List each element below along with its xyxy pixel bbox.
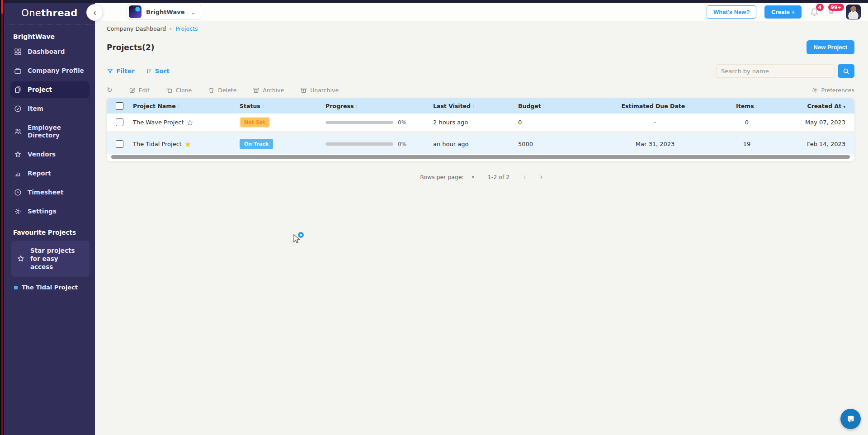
column-header-project-name[interactable]: Project Name (133, 103, 240, 109)
unarchive-button[interactable]: Unarchive (300, 87, 339, 94)
sidebar-item-employee-directory[interactable]: Employee Directory (10, 119, 82, 144)
chat-launcher-button[interactable] (840, 409, 861, 429)
sidebar-item-label: Dashboard (28, 48, 65, 56)
favourite-project-label: The Tidal Project (22, 284, 78, 291)
clone-icon (166, 87, 173, 94)
sidebar-item-label: Vendors (28, 151, 56, 158)
row-checkbox[interactable] (116, 118, 123, 126)
sidebar-item-company-profile[interactable]: Company Profile (10, 62, 90, 79)
sort-icon (146, 68, 152, 75)
project-name[interactable]: The Tidal Project (133, 141, 182, 147)
dashboard-icon (14, 48, 22, 56)
progress-value: 0% (398, 119, 406, 126)
delete-button[interactable]: Delete (208, 87, 236, 94)
star-icon (14, 151, 22, 158)
progress-cell: 0% (326, 119, 433, 126)
screen-top-border (0, 0, 868, 3)
sidebar-collapse-button[interactable]: ‹ (86, 4, 103, 21)
column-header-created-at[interactable]: Created At ▾ (787, 103, 854, 109)
refresh-button[interactable]: ↻ (107, 86, 113, 94)
sidebar-item-vendors[interactable]: Vendors (10, 146, 90, 163)
bar-chart-icon (14, 170, 22, 177)
horizontal-scrollbar[interactable] (111, 155, 850, 159)
edit-label: Edit (139, 87, 150, 94)
star-filled-icon[interactable]: ★ (184, 140, 191, 149)
project-name[interactable]: The Wave Project (133, 119, 184, 126)
header-actions: What's New? Create + 4 99+ (707, 5, 861, 19)
column-header-progress[interactable]: Progress (326, 103, 433, 109)
sidebar-item-label: Company Profile (28, 67, 84, 75)
previous-page-button[interactable]: ‹ (523, 172, 526, 181)
archive-button[interactable]: Archive (253, 87, 284, 94)
company-select[interactable]: BrightWave ⌄ (127, 4, 201, 20)
rows-per-page-label: Rows per page: (420, 174, 464, 180)
create-button[interactable]: Create + (764, 5, 802, 19)
table-row[interactable]: The Tidal Project★ On Track 0% an hour a… (107, 134, 854, 154)
created-at-cell: Feb 14, 2023 (787, 141, 854, 147)
filter-button[interactable]: Filter (107, 67, 135, 75)
column-header-status[interactable]: Status (240, 103, 326, 109)
rows-per-page-select[interactable]: ▾ (472, 175, 474, 180)
row-checkbox[interactable] (116, 140, 123, 148)
star-outline-icon[interactable]: ☆ (187, 118, 193, 127)
search-button[interactable] (838, 64, 854, 78)
sort-button[interactable]: Sort (146, 67, 170, 75)
clone-button[interactable]: Clone (166, 87, 192, 94)
sidebar-item-project[interactable]: Project (10, 81, 90, 98)
star-icon (17, 255, 25, 263)
company-select-value: BrightWave (146, 9, 185, 15)
user-avatar[interactable] (846, 5, 861, 19)
favourites-header: Favourite Projects (10, 220, 90, 240)
sidebar-item-label: Settings (28, 208, 57, 215)
progress-value: 0% (398, 141, 406, 147)
sidebar-item-report[interactable]: Report (10, 165, 90, 182)
funnel-icon (107, 68, 113, 75)
sidebar-item-dashboard[interactable]: Dashboard (10, 43, 90, 60)
project-name-cell[interactable]: The Wave Project☆ (133, 118, 240, 127)
favourite-project-tidal[interactable]: The Tidal Project (10, 277, 90, 298)
breadcrumb-current[interactable]: Projects (175, 25, 198, 32)
select-all-checkbox[interactable] (116, 102, 123, 110)
sidebar-item-timesheet[interactable]: Timesheet (10, 184, 90, 201)
column-header-last-visited[interactable]: Last Visited (433, 103, 518, 109)
company-logo (129, 5, 142, 18)
next-page-button[interactable]: › (540, 172, 543, 181)
edit-button[interactable]: Edit (129, 87, 150, 94)
search-input[interactable] (716, 64, 835, 78)
people-icon (14, 128, 22, 135)
sidebar-nav: BrightWave Dashboard Company Profile Pro… (4, 25, 95, 298)
created-at-label: Created At (807, 103, 841, 109)
column-header-estimated-due-date[interactable]: Estimated Due Date (603, 103, 707, 109)
logo-text-thread: thread (41, 8, 78, 19)
preferences-button[interactable]: Preferences (811, 87, 854, 94)
announcements-button[interactable]: 99+ (828, 7, 838, 17)
sidebar-item-label: Project (28, 86, 52, 94)
table-row[interactable]: The Wave Project☆ Not Set 0% 2 hours ago… (107, 113, 854, 134)
page-title: Projects(2) (107, 43, 155, 52)
sidebar-item-settings[interactable]: Settings (10, 203, 90, 220)
new-project-button[interactable]: New Project (807, 40, 854, 54)
sidebar-item-label: Timesheet (28, 189, 63, 196)
budget-cell: 0 (518, 119, 603, 126)
breadcrumb-root[interactable]: Company Dashboard (107, 25, 166, 32)
screen-left-border (0, 0, 4, 435)
sidebar-item-item[interactable]: Item (10, 100, 90, 117)
status-badge[interactable]: Not Set (240, 117, 270, 128)
sidebar: Onethread BrightWave Dashboard Company P… (4, 0, 95, 435)
status-badge[interactable]: On Track (240, 139, 273, 149)
notifications-button[interactable]: 4 (810, 7, 820, 17)
filter-sort-group: Filter Sort (107, 67, 170, 75)
created-at-cell: May 07, 2023 (787, 119, 854, 126)
progress-cell: 0% (326, 141, 433, 147)
project-icon (14, 86, 22, 94)
pagination: Rows per page: ▾ 1-2 of 2 ‹ › (95, 161, 868, 192)
budget-cell: 5000 (518, 141, 603, 147)
project-name-cell[interactable]: The Tidal Project★ (133, 140, 240, 149)
announcement-badge: 99+ (828, 4, 844, 11)
whats-new-button[interactable]: What's New? (707, 5, 756, 19)
projects-table: Project Name Status Progress Last Visite… (107, 98, 854, 161)
column-header-budget[interactable]: Budget (518, 103, 603, 109)
recording-indicator-line (1, 0, 3, 435)
column-header-items[interactable]: Items (707, 103, 787, 109)
filter-label: Filter (116, 67, 135, 75)
